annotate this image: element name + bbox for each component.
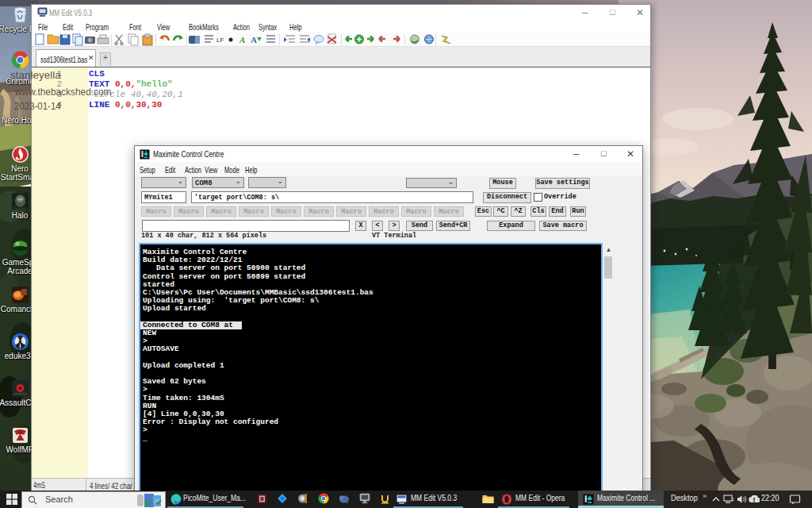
svg-text:LF: LF (216, 37, 224, 44)
svg-text:A: A (239, 35, 245, 44)
svg-text:A: A (251, 35, 257, 44)
